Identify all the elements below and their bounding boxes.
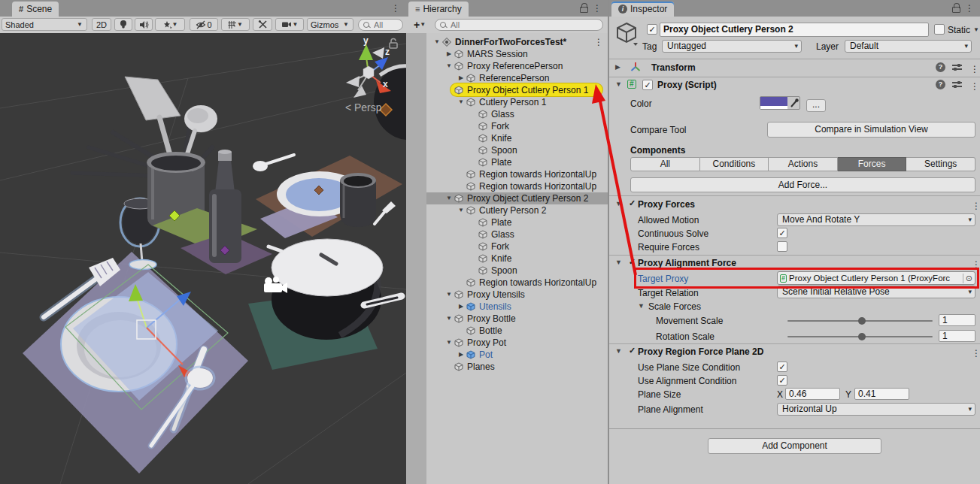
alignment-force-foldout[interactable]: ▼ [615,259,622,266]
hierarchy-item-cutlery-person-2[interactable]: ▼Cutlery Person 2 [426,204,608,216]
alignment-force-check[interactable]: ✓ [629,257,636,267]
transform-kebab-icon[interactable]: ⋮ [970,61,979,77]
scene-camera-dropdown[interactable]: ▼ [275,18,304,31]
color-swatch[interactable] [760,96,800,110]
inspector-menu-kebab-icon[interactable]: ⋮ [965,0,974,17]
target-relation-dropdown[interactable]: Scene Initial Relative Pose [777,286,975,298]
help-icon[interactable]: ? [936,80,945,89]
tab-settings[interactable]: Settings [906,157,975,171]
hierarchy-item-proxy-utensils[interactable]: ▼Proxy Utensils [426,289,608,301]
target-proxy-object-field[interactable]: # Proxy Object Cutlery Person 1 (ProxyFo… [777,271,975,285]
plane-size-x-field[interactable]: 0.46 [785,388,840,400]
tab-forces[interactable]: Forces [838,157,907,171]
foldout-arrow[interactable]: ▶ [457,72,466,84]
foldout-arrow[interactable]: ▼ [444,289,454,301]
hierarchy-item-proxy-referenceperson[interactable]: ▼Proxy ReferencePerson [426,60,608,72]
proxy-script-kebab-icon[interactable]: ⋮ [970,78,979,95]
use-plane-size-checkbox[interactable]: ✓ [777,361,787,372]
gameobject-name-field[interactable]: Proxy Object Cutlery Person 2 [660,23,929,37]
movement-scale-slider[interactable] [787,320,933,322]
require-forces-checkbox[interactable] [777,241,787,252]
compare-simulation-button[interactable]: Compare in Simulation View [767,122,975,138]
lock-icon[interactable] [952,3,960,13]
use-alignment-checkbox[interactable]: ✓ [777,375,787,386]
rotation-scale-slider[interactable] [787,336,933,337]
hierarchy-item-utensils[interactable]: ▶Utensils [426,301,608,313]
proxy-script-title[interactable]: Proxy (Script) [657,80,717,90]
scene-lighting-button[interactable] [114,18,132,31]
2d-toggle-button[interactable]: 2D [92,18,111,31]
add-component-button[interactable]: Add Component [708,438,881,454]
hierarchy-item-mars-session[interactable]: ▶MARS Session [426,48,608,60]
tab-scene[interactable]: # Scene [12,2,59,17]
scene-search-input[interactable] [372,20,398,30]
hierarchy-item-referenceperson[interactable]: ▶ReferencePerson [426,72,608,84]
movement-scale-field[interactable]: 1 [939,314,975,326]
hierarchy-item-plate[interactable]: Plate [426,156,608,168]
hierarchy-item-pot[interactable]: ▶Pot [426,349,608,361]
foldout-arrow[interactable]: ▼ [444,60,454,72]
gameobject-cube-icon[interactable] [615,22,638,46]
hierarchy-search[interactable] [435,19,603,31]
allowed-motion-dropdown[interactable]: Move And Rotate Y [777,213,975,226]
proxy-script-foldout[interactable]: ▼ [615,80,622,88]
tab-all[interactable]: All [630,157,700,171]
create-object-button[interactable]: +▼ [409,18,430,31]
hierarchy-item-glass[interactable]: Glass [426,108,608,120]
tag-dropdown[interactable]: Untagged [662,40,802,53]
foldout-arrow[interactable]: ▼ [444,313,454,325]
region-force-title[interactable]: Proxy Region Force Plane 2D [638,346,763,357]
tab-hierarchy[interactable]: ≡ Hierarchy [408,2,469,17]
hierarchy-item-region-towards-horizontalup[interactable]: Region towards HorizontalUp [426,168,608,180]
foldout-arrow[interactable]: ▶ [457,349,466,361]
plane-alignment-dropdown[interactable]: Horizontal Up [777,403,975,416]
hierarchy-item-glass[interactable]: Glass [426,228,608,240]
scene-visibility-button[interactable]: 0 [190,18,218,31]
scene-menu-kebab-icon[interactable]: ⋮ [391,0,400,17]
hierarchy-item-proxy-object-cutlery-person-2[interactable]: ▼Proxy Object Cutlery Person 2 [426,192,608,204]
hierarchy-item-proxy-pot[interactable]: ▼Proxy Pot [426,337,608,349]
eyedropper-icon[interactable] [789,97,799,109]
presets-icon[interactable] [952,80,962,89]
rotation-scale-field[interactable]: 1 [939,330,975,342]
static-dropdown-icon[interactable]: ▼ [973,26,979,33]
scene-audio-button[interactable] [135,18,153,31]
alignment-force-title[interactable]: Proxy Alignment Force [638,258,736,268]
foldout-arrow[interactable]: ▼ [432,36,441,48]
hierarchy-item-fork[interactable]: Fork [426,240,608,253]
mug-person2[interactable] [340,173,376,227]
region-force-kebab-icon[interactable]: ⋮ [972,345,980,361]
hierarchy-item-knife[interactable]: Knife [426,253,608,265]
alignment-force-kebab-icon[interactable]: ⋮ [972,256,980,273]
add-force-button[interactable]: Add Force... [630,177,975,192]
region-force-foldout[interactable]: ▼ [615,347,622,355]
static-checkbox[interactable] [934,24,945,35]
object-picker-icon[interactable]: ⊙ [963,274,975,283]
hierarchy-search-input[interactable] [449,20,598,30]
hierarchy-item-bottle[interactable]: Bottle [426,325,608,337]
proxy-enabled-checkbox[interactable]: ✓ [642,80,653,90]
scene-tools-button[interactable] [253,18,272,31]
scene-options-kebab-icon[interactable]: ⋮ [594,36,603,48]
hierarchy-item-fork[interactable]: Fork [426,120,608,132]
scale-forces-foldout[interactable]: ▼ [638,302,645,310]
region-force-check[interactable]: ✓ [629,346,636,355]
help-icon[interactable]: ? [936,62,945,72]
hierarchy-item-planes[interactable]: Planes [426,361,608,373]
presets-icon[interactable] [952,62,962,72]
hierarchy-item-region-towards-horizontalup[interactable]: Region towards HorizontalUp [426,277,608,289]
scene-viewport[interactable]: y z x < Persp [0,33,406,484]
shading-mode-dropdown[interactable]: Shaded ▼ [2,18,87,31]
proxy-forces-check[interactable]: ✓ [629,198,636,208]
hierarchy-item-cutlery-person-1[interactable]: ▼Cutlery Person 1 [426,96,608,108]
active-checkbox[interactable]: ✓ [647,24,657,35]
transform-foldout[interactable]: ▶ [615,63,620,71]
transform-title[interactable]: Transform [651,62,696,73]
slider-thumb[interactable] [858,333,866,340]
layer-dropdown[interactable]: Default [845,40,972,53]
foldout-arrow[interactable]: ▶ [457,301,466,313]
hierarchy-menu-kebab-icon[interactable]: ⋮ [593,0,602,17]
foldout-arrow[interactable]: ▶ [444,48,454,60]
foldout-arrow[interactable]: ▼ [457,96,466,108]
scene-grid-dropdown[interactable]: ▼ [221,18,250,31]
